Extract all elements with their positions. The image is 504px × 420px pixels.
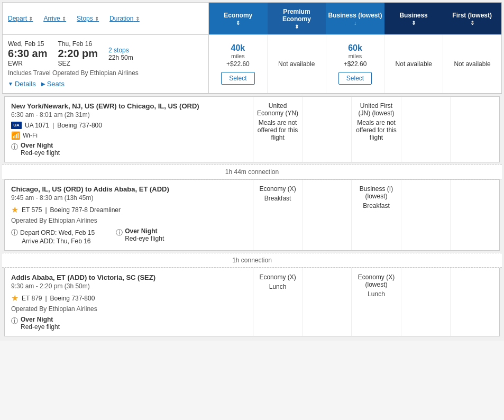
- seg3-economy-desc: Lunch: [269, 283, 287, 290]
- depart-section: Wed, Feb 15 6:30 am EWR: [8, 40, 48, 67]
- overnight-info-row: ⓘ Over Night Red-eye flight: [116, 227, 164, 242]
- segment-1: New York/Newark, NJ, US (EWR) to Chicago…: [4, 96, 500, 162]
- seg1-business-title: United First (JN) (lowest): [355, 102, 397, 117]
- premium-sort-arrow: ⇕: [295, 24, 299, 30]
- first-sort-arrow: ⇕: [470, 20, 474, 26]
- economy-select-button[interactable]: Select: [221, 72, 254, 85]
- seg2-economy-title: Economy (X): [259, 185, 296, 193]
- fare-header-business-lowest-label: Business (lowest): [328, 12, 382, 19]
- seg2-fare-business: [401, 180, 451, 250]
- overnight-block-2: Over Night Red-eye flight: [125, 227, 164, 242]
- seg1-fare-business-lowest: United First (JN) (lowest) Meals are not…: [352, 97, 401, 162]
- fare-header-first-label: First (lowest): [452, 12, 492, 19]
- star-icon-2: ★: [11, 293, 19, 303]
- business-sort-arrow: ⇕: [411, 20, 416, 26]
- duration-arrow: ⇕: [135, 16, 140, 22]
- segment-2-divider: |: [45, 206, 47, 214]
- stops-arrow: ⇕: [95, 16, 99, 22]
- fare-business-lowest: 60k miles +$22.60 Select: [326, 35, 385, 93]
- arrive-label: Arrive ADD: Thu, Feb 16: [11, 238, 95, 245]
- seg3-fare-economy: Economy (X) Lunch: [253, 268, 303, 336]
- seg3-business-title: Economy (X) (lowest): [355, 273, 397, 288]
- fare-header-first-lowest[interactable]: First (lowest) ⇕: [443, 3, 501, 34]
- arrive-date: Thu, Feb 16: [58, 40, 98, 48]
- seg2-fare-business-lowest: Business (I) (lowest) Breakfast: [352, 180, 401, 250]
- details-label: Details: [15, 80, 36, 88]
- sort-arrive[interactable]: Arrive ⇕: [43, 15, 66, 22]
- segment-2-depart-arrive: ⓘ Depart ORD: Wed, Feb 15 Arrive ADD: Th…: [11, 227, 246, 245]
- seats-link[interactable]: ▶ Seats: [41, 80, 65, 88]
- fare-columns-header: Economy ⇕ Premium Economy ⇕ Business (lo…: [209, 3, 501, 34]
- depart-col: ⓘ Depart ORD: Wed, Feb 15 Arrive ADD: Th…: [11, 227, 95, 245]
- seg3-fare-business-lowest: Economy (X) (lowest) Lunch: [352, 268, 401, 336]
- header-row: Depart ⇕ Arrive ⇕ Stops ⇕ Duration ⇕ Eco…: [3, 3, 501, 35]
- economy-sort-arrow: ⇕: [236, 20, 240, 26]
- segment-3-divider: |: [45, 295, 47, 302]
- arrive-arrow: ⇕: [62, 16, 66, 22]
- fare-economy: 40k miles +$22.60 Select: [209, 35, 268, 93]
- depart-date: Wed, Feb 15: [8, 40, 48, 48]
- segment-3-flight-info: ★ ET 879 | Boeing 737-800: [11, 293, 246, 303]
- segment-1-row: New York/Newark, NJ, US (EWR) to Chicago…: [5, 97, 499, 162]
- flight-stops: 2 stops: [108, 47, 133, 54]
- depart-time: 6:30 am: [8, 48, 48, 60]
- details-triangle-icon: ▼: [8, 81, 13, 87]
- seg2-business-desc: Breakfast: [363, 202, 390, 209]
- segment-1-flight-info: UA UA 1071 | Boeing 737-800: [11, 122, 246, 129]
- flight-info: Wed, Feb 15 6:30 am EWR Thu, Feb 16 2:20…: [3, 35, 209, 93]
- details-link[interactable]: ▼ Details: [8, 80, 36, 88]
- fare-header-business[interactable]: Business ⇕: [384, 3, 443, 34]
- depart-airport: EWR: [8, 60, 48, 67]
- segment-2-flight-number: ET 575: [22, 206, 42, 214]
- seg3-business-desc: Lunch: [368, 290, 385, 298]
- sort-duration[interactable]: Duration ⇕: [109, 15, 140, 22]
- segment-2-info: Chicago, IL, US (ORD) to Addis Ababa, ET…: [5, 180, 253, 250]
- fare-data-cols: 40k miles +$22.60 Select Not available 6…: [209, 35, 501, 93]
- segment-1-info: New York/Newark, NJ, US (EWR) to Chicago…: [5, 97, 253, 162]
- segment-2: Chicago, IL, US (ORD) to Addis Ababa, ET…: [4, 179, 500, 251]
- stops-duration-section: 2 stops 22h 50m: [108, 47, 133, 61]
- seg3-fare-business: [401, 268, 451, 336]
- economy-miles: 40k: [231, 43, 245, 53]
- sort-stops[interactable]: Stops ⇕: [77, 15, 99, 22]
- segment-3-overnight-label: Over Night: [21, 316, 60, 323]
- segment-3: Addis Ababa, ET (ADD) to Victoria, SC (S…: [4, 268, 500, 336]
- segment-2-fare-cols: Economy (X) Breakfast Business (I) (lowe…: [253, 180, 499, 250]
- segment-1-route: New York/Newark, NJ, US (EWR) to Chicago…: [11, 102, 246, 110]
- fare-first: Not available: [443, 35, 501, 93]
- seg3-economy-title: Economy (X): [259, 273, 296, 281]
- actions-row: ▼ Details ▶ Seats: [8, 80, 203, 88]
- seg2-fare-economy: Economy (X) Breakfast: [253, 180, 303, 250]
- flight-duration: 22h 50m: [108, 54, 133, 61]
- fare-header-economy[interactable]: Economy ⇕: [209, 3, 268, 34]
- includes-travel: Includes Travel Operated By Ethiopian Ai…: [8, 69, 203, 77]
- star-icon: ★: [11, 205, 19, 215]
- sort-columns: Depart ⇕ Arrive ⇕ Stops ⇕ Duration ⇕: [3, 3, 209, 34]
- segment-1-fare-cols: United Economy (YN) Meals are not offere…: [253, 97, 499, 162]
- overnight-info-icon-3: ⓘ: [11, 316, 18, 326]
- seg1-fare-business: [401, 97, 451, 162]
- segment-2-redeye-label: Red-eye flight: [125, 235, 164, 242]
- fare-header-business-lowest[interactable]: Business (lowest) ↓: [326, 3, 384, 34]
- business-lowest-select-button[interactable]: Select: [338, 72, 372, 85]
- segment-2-times: 9:45 am - 8:30 am (13h 45m): [11, 194, 246, 202]
- seg2-business-title: Business (I) (lowest): [355, 185, 397, 200]
- segment-2-flight-info: ★ ET 575 | Boeing 787-8 Dreamliner: [11, 205, 246, 215]
- segment-1-overnight-block: Over Night Red-eye flight: [21, 142, 60, 157]
- seg2-fare-first: [451, 180, 499, 250]
- depart-info-icon: ⓘ: [11, 228, 18, 238]
- sort-depart[interactable]: Depart ⇕: [8, 15, 33, 22]
- wifi-label: Wi-Fi: [23, 132, 38, 139]
- segment-3-row: Addis Ababa, ET (ADD) to Victoria, SC (S…: [5, 268, 499, 336]
- depart-info-row: ⓘ Depart ORD: Wed, Feb 15: [11, 227, 95, 238]
- seg1-fare-premium: [303, 97, 352, 162]
- fare-header-premium-economy[interactable]: Premium Economy ⇕: [268, 3, 326, 34]
- segment-3-info: Addis Ababa, ET (ADD) to Victoria, SC (S…: [5, 268, 253, 336]
- segment-3-overnight-block: Over Night Red-eye flight: [21, 316, 60, 331]
- economy-fees: +$22.60: [226, 60, 250, 68]
- segment-3-times: 9:30 am - 2:20 pm (3h 50m): [11, 282, 246, 290]
- business-lowest-sort-arrow: ↓: [354, 20, 356, 26]
- depart-arrow: ⇕: [29, 16, 33, 22]
- segment-1-overnight-label: Over Night: [21, 142, 60, 149]
- seg1-fare-economy: United Economy (YN) Meals are not offere…: [253, 97, 303, 162]
